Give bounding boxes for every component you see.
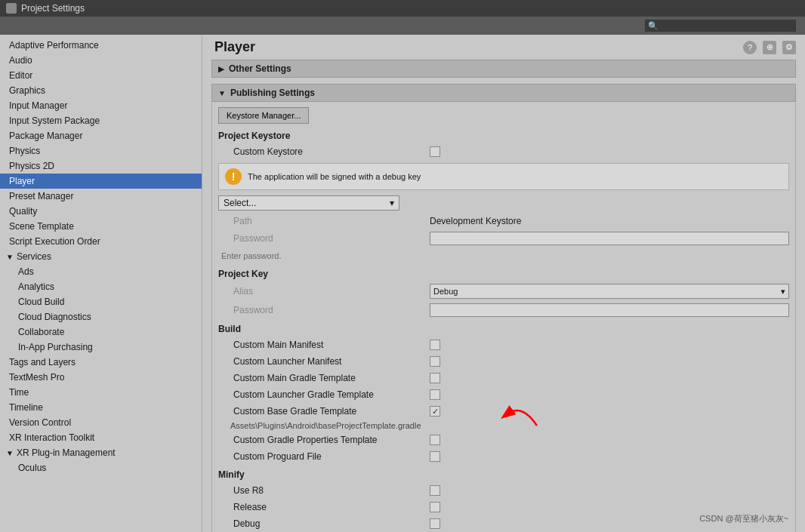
xr-plugin-arrow-icon: ▼ <box>6 449 14 457</box>
title-bar-title: Project Settings <box>21 3 85 14</box>
sidebar-item-adaptive-performance[interactable]: Adaptive Performance <box>0 38 202 53</box>
pin-icon[interactable]: ⊕ <box>763 41 776 54</box>
sidebar-item-ads[interactable]: Ads <box>0 264 202 279</box>
path-label: Path <box>218 216 430 226</box>
content-body: ▶ Other Settings ▼ Publishing Settings K… <box>202 60 805 532</box>
sidebar-item-services-label: Services <box>17 251 51 262</box>
debug-label: Debug <box>218 518 430 529</box>
sidebar-group-xr-plugin-management[interactable]: ▼ XR Plug-in Management <box>0 445 202 460</box>
other-settings-header[interactable]: ▶ Other Settings <box>211 60 796 78</box>
sidebar-item-graphics[interactable]: Graphics <box>0 83 202 98</box>
keystore-password-label: Password <box>218 233 430 244</box>
key-password-label: Password <box>218 305 430 315</box>
search-bar <box>0 17 805 35</box>
use-r8-row: Use R8 <box>212 482 795 499</box>
custom-main-gradle-label: Custom Main Gradle Template <box>218 373 430 383</box>
sidebar-item-cloud-diagnostics[interactable]: Cloud Diagnostics <box>0 309 202 324</box>
warning-text: The application will be signed with a de… <box>248 172 421 181</box>
custom-launcher-gradle-checkbox[interactable] <box>430 389 440 400</box>
sidebar-item-input-system-package[interactable]: Input System Package <box>0 113 202 128</box>
main-layout: Adaptive Performance Audio Editor Graphi… <box>0 35 805 532</box>
sidebar-item-physics[interactable]: Physics <box>0 143 202 158</box>
custom-launcher-manifest-label: Custom Launcher Manifest <box>218 356 430 367</box>
debug-checkbox[interactable] <box>430 518 440 529</box>
other-settings-triangle-icon: ▶ <box>218 65 224 73</box>
alias-label: Alias <box>218 286 430 297</box>
custom-gradle-properties-checkbox[interactable] <box>430 435 440 445</box>
alias-select[interactable]: Debug ▾ <box>430 284 789 299</box>
custom-main-gradle-checkbox[interactable] <box>430 373 440 383</box>
help-icon[interactable]: ? <box>743 41 757 54</box>
sidebar-item-input-manager[interactable]: Input Manager <box>0 98 202 113</box>
custom-main-manifest-checkbox[interactable] <box>430 340 440 350</box>
release-label: Release <box>218 502 430 512</box>
content-area: Player ? ⊕ ⚙ ▶ Other Settings ▼ Publishi… <box>202 35 805 532</box>
publishing-settings-content: Keystore Manager... Project Keystore Cus… <box>211 102 796 532</box>
keystore-password-input[interactable] <box>430 232 789 245</box>
sidebar-group-services[interactable]: ▼ Services <box>0 249 202 264</box>
sidebar-item-quality[interactable]: Quality <box>0 204 202 219</box>
sidebar-item-xr-interaction-toolkit[interactable]: XR Interaction Toolkit <box>0 430 202 445</box>
keystore-select-label: Select... <box>224 198 256 208</box>
base-gradle-path: Assets\Plugins\Android\baseProjectTempla… <box>212 420 795 432</box>
section-other-settings: ▶ Other Settings <box>211 60 796 78</box>
content-header: Player ? ⊕ ⚙ <box>202 35 805 60</box>
build-section-label: Build <box>212 319 795 337</box>
sidebar-item-collaborate[interactable]: Collaborate <box>0 324 202 340</box>
sidebar-item-tags-and-layers[interactable]: Tags and Layers <box>0 355 202 370</box>
sidebar-item-player[interactable]: Player <box>0 174 202 189</box>
publishing-settings-header[interactable]: ▼ Publishing Settings <box>211 84 796 102</box>
sidebar-item-in-app-purchasing[interactable]: In-App Purchasing <box>0 340 202 355</box>
sidebar-item-audio[interactable]: Audio <box>0 53 202 68</box>
enter-password-hint: Enter password. <box>218 251 430 260</box>
custom-base-gradle-checkbox[interactable] <box>430 406 440 417</box>
search-input[interactable] <box>645 20 796 32</box>
use-r8-checkbox[interactable] <box>430 485 440 496</box>
custom-launcher-gradle-row: Custom Launcher Gradle Template <box>212 386 795 403</box>
sidebar-item-analytics[interactable]: Analytics <box>0 279 202 294</box>
sidebar-item-oculus[interactable]: Oculus <box>0 460 202 475</box>
select-row: Select... ▾ <box>212 193 795 213</box>
custom-main-gradle-row: Custom Main Gradle Template <box>212 370 795 386</box>
publishing-settings-label: Publishing Settings <box>230 88 315 98</box>
custom-keystore-checkbox[interactable] <box>430 146 440 157</box>
sidebar-item-preset-manager[interactable]: Preset Manager <box>0 189 202 204</box>
sidebar-item-scene-template[interactable]: Scene Template <box>0 219 202 234</box>
page-title: Player <box>214 39 255 55</box>
keystore-manager-row: Keystore Manager... <box>212 105 795 126</box>
sidebar-item-version-control[interactable]: Version Control <box>0 415 202 430</box>
key-password-row: Password <box>212 301 795 319</box>
custom-launcher-manifest-row: Custom Launcher Manifest <box>212 353 795 370</box>
sidebar-item-time[interactable]: Time <box>0 385 202 400</box>
header-icons: ? ⊕ ⚙ <box>743 41 796 54</box>
sidebar-item-physics-2d[interactable]: Physics 2D <box>0 158 202 174</box>
path-value: Development Keystore <box>430 216 521 226</box>
title-bar-icon <box>6 3 17 14</box>
key-password-input[interactable] <box>430 303 789 317</box>
sidebar-item-package-manager[interactable]: Package Manager <box>0 128 202 143</box>
enter-password-hint-row: Enter password. <box>212 248 795 264</box>
sidebar-item-cloud-build[interactable]: Cloud Build <box>0 294 202 309</box>
release-checkbox[interactable] <box>430 502 440 512</box>
path-row: Path Development Keystore <box>212 213 795 229</box>
keystore-select-chevron-icon: ▾ <box>390 198 394 208</box>
custom-launcher-gradle-label: Custom Launcher Gradle Template <box>218 389 430 400</box>
project-key-label: Project Key <box>212 264 795 281</box>
custom-proguard-checkbox[interactable] <box>430 451 440 462</box>
custom-launcher-manifest-checkbox[interactable] <box>430 356 440 367</box>
gear-icon[interactable]: ⚙ <box>782 41 796 54</box>
custom-gradle-properties-label: Custom Gradle Properties Template <box>218 435 430 445</box>
project-keystore-label: Project Keystore <box>212 126 795 143</box>
services-arrow-icon: ▼ <box>6 253 14 261</box>
warning-box: ! The application will be signed with a … <box>218 163 789 190</box>
sidebar-item-script-execution-order[interactable]: Script Execution Order <box>0 234 202 249</box>
custom-keystore-label: Custom Keystore <box>218 146 430 157</box>
use-r8-label: Use R8 <box>218 485 430 496</box>
other-settings-label: Other Settings <box>229 63 291 74</box>
keystore-manager-button[interactable]: Keystore Manager... <box>218 107 309 124</box>
sidebar-item-editor[interactable]: Editor <box>0 68 202 83</box>
sidebar-item-timeline[interactable]: Timeline <box>0 400 202 415</box>
warning-icon: ! <box>225 168 242 185</box>
keystore-select[interactable]: Select... ▾ <box>218 195 399 211</box>
sidebar-item-textmesh-pro[interactable]: TextMesh Pro <box>0 370 202 385</box>
